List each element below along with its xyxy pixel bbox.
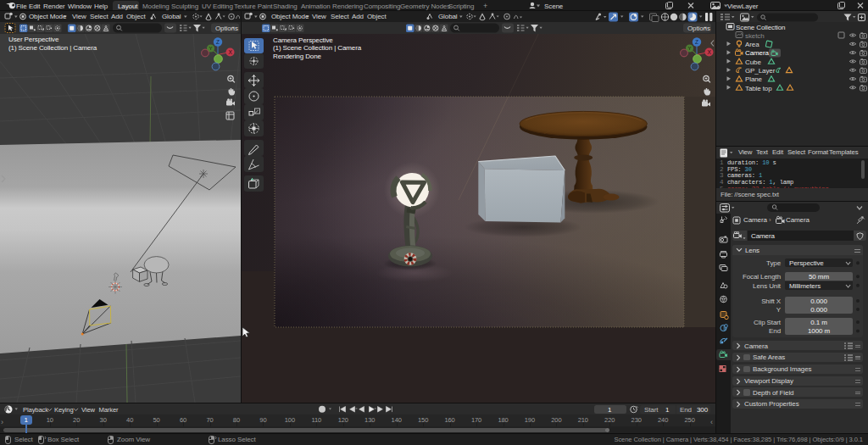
svg-text:Y: Y <box>209 46 213 51</box>
svg-text:Z: Z <box>216 39 220 45</box>
svg-text:Z: Z <box>695 39 698 45</box>
svg-text:Y: Y <box>688 46 692 51</box>
